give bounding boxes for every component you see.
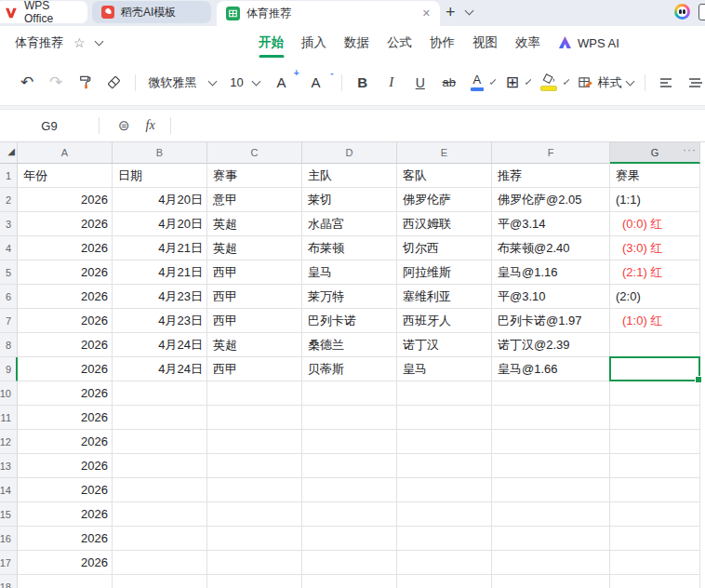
cell-E5[interactable]: 阿拉维斯 [397,261,492,285]
cell-C10[interactable] [207,381,302,406]
italic-button[interactable]: I [381,71,402,95]
row-header-7[interactable]: 7 [0,309,18,333]
cell-D6[interactable]: 莱万特 [302,285,397,309]
cell-A14[interactable]: 2026 [18,478,113,502]
cell-A6[interactable]: 2026 [18,285,113,309]
row-header-16[interactable]: 16 [0,527,18,551]
fill-handle[interactable] [695,376,702,383]
cell-F12[interactable] [492,430,610,454]
cell-B1[interactable]: 日期 [113,164,207,188]
cell-G8[interactable] [610,333,700,357]
row-header-10[interactable]: 10 [0,381,18,406]
row-header-2[interactable]: 2 [0,188,18,212]
cell-C4[interactable]: 英超 [207,236,302,261]
cell-D7[interactable]: 巴列卡诺 [302,309,397,333]
cell-G15[interactable] [610,502,700,527]
cell-D15[interactable] [302,502,397,527]
font-color-button[interactable]: A [471,74,484,91]
cell-G11[interactable] [610,406,700,430]
new-tab-chevron-down-icon[interactable] [465,7,474,16]
new-tab-button[interactable]: + [446,2,456,22]
cell-D12[interactable] [302,430,397,454]
wps-ai-button[interactable]: WPS AI [558,36,619,50]
cell-D9[interactable]: 贝蒂斯 [302,357,397,381]
tab-efficiency[interactable]: 效率 [515,26,540,60]
cell-D17[interactable] [302,551,397,575]
cell-B15[interactable] [113,502,207,527]
cell-C16[interactable] [207,527,302,551]
undo-icon[interactable]: ↶ [17,71,37,95]
cell-B5[interactable]: 4月21日 [113,261,207,285]
name-box[interactable]: G9 [0,119,99,133]
cell-B6[interactable]: 4月23日 [113,285,207,309]
cell-G4[interactable]: (3:0) 红 [610,236,700,261]
row-header-17[interactable]: 17 [0,551,18,575]
tab-sports-sheet[interactable]: 体育推荐 ✕ [217,1,440,26]
cell-C17[interactable] [207,551,302,575]
cell-F6[interactable]: 平@3.10 [492,285,610,309]
cell-A5[interactable]: 2026 [18,261,113,285]
tab-view[interactable]: 视图 [472,26,498,60]
cell-D3[interactable]: 水晶宫 [302,212,397,236]
cell-D2[interactable]: 莱切 [302,188,397,212]
cell-C13[interactable] [207,454,302,478]
column-header-A[interactable]: A [18,142,113,164]
cell-C15[interactable] [207,502,302,527]
cell-E15[interactable] [397,502,492,527]
cell-D10[interactable] [302,381,397,406]
cell-B12[interactable] [113,430,207,454]
cell-C1[interactable]: 赛事 [207,164,302,188]
row-header-13[interactable]: 13 [0,454,18,478]
cell-F5[interactable]: 皇马@1.16 [492,261,610,285]
cell-E11[interactable] [397,406,492,430]
cell-C9[interactable]: 西甲 [207,357,302,381]
cell-B10[interactable] [113,381,207,406]
select-all-corner[interactable]: ◢ [0,142,18,164]
fx-icon[interactable]: fx [146,118,155,133]
cell-G6[interactable]: (2:0) [610,285,700,309]
cell-B4[interactable]: 4月21日 [113,236,207,261]
tab-collaborate[interactable]: 协作 [430,26,455,60]
cell-G17[interactable] [610,551,700,575]
cell-E18[interactable] [397,575,492,588]
formula-input[interactable] [171,110,705,141]
cell-C6[interactable]: 西甲 [207,285,302,309]
cell-B17[interactable] [113,551,207,575]
cell-C3[interactable]: 英超 [207,212,302,236]
row-header-8[interactable]: 8 [0,333,18,357]
cell-C11[interactable] [207,406,302,430]
row-header-9[interactable]: 9 [0,357,18,381]
cell-E10[interactable] [397,381,492,406]
cell-C18[interactable] [207,575,302,588]
cell-F7[interactable]: 巴列卡诺@1.97 [492,309,610,333]
cell-D5[interactable]: 皇马 [302,261,397,285]
cell-B11[interactable] [113,406,207,430]
cell-A13[interactable]: 2026 [18,454,113,478]
font-color-chevron-icon[interactable] [490,78,496,84]
cell-F14[interactable] [492,478,610,502]
cell-E7[interactable]: 西班牙人 [397,309,492,333]
cell-G3[interactable]: (0:0) 红 [610,212,700,236]
cell-F8[interactable]: 诺丁汉@2.39 [492,333,610,357]
cell-A3[interactable]: 2026 [18,212,113,236]
tab-docer-templates[interactable]: 稻壳AI模板 [92,1,211,23]
cell-F16[interactable] [492,527,610,551]
cell-G12[interactable] [610,430,700,454]
cell-A18[interactable] [18,575,113,588]
column-header-B[interactable]: B [113,142,207,164]
cell-A4[interactable]: 2026 [18,236,113,261]
cell-B2[interactable]: 4月20日 [113,188,207,212]
row-header-11[interactable]: 11 [0,406,18,430]
fill-chevron-icon[interactable] [564,78,569,84]
cell-E14[interactable] [397,478,492,502]
format-painter-icon[interactable] [74,71,95,95]
tab-formula[interactable]: 公式 [387,26,412,60]
cell-D1[interactable]: 主队 [302,164,397,188]
strikethrough-button[interactable]: ab [439,71,459,95]
increase-font-size-button[interactable]: A+ [272,71,292,95]
window-control-icon[interactable] [698,4,705,20]
cell-F1[interactable]: 推荐 [492,164,610,188]
cell-A2[interactable]: 2026 [18,188,113,212]
column-header-E[interactable]: E [397,142,492,164]
cell-A12[interactable]: 2026 [18,430,113,454]
